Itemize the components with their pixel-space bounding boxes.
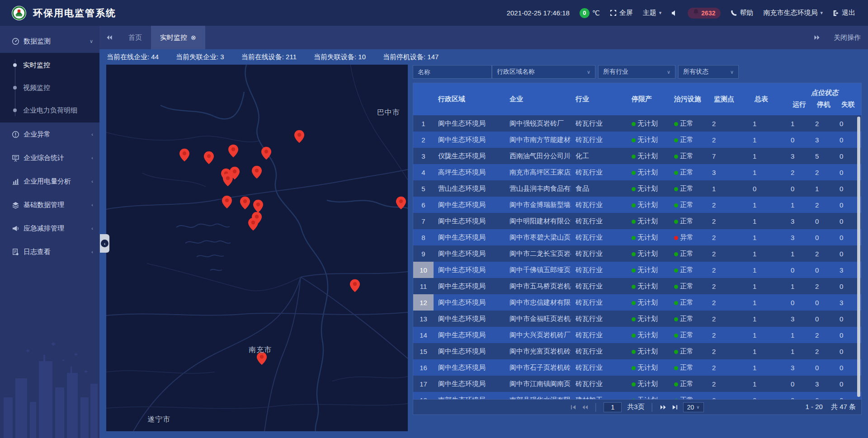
sidebar-item-video-monitor[interactable]: 视频监控 — [0, 76, 99, 99]
region-filter-select[interactable]: 行政区域名称∨ — [492, 65, 595, 79]
fullscreen-button[interactable]: 全屏 — [610, 9, 633, 17]
sidebar-item-log-view[interactable]: 日志查看‹ — [0, 240, 99, 264]
column-header-company[interactable]: 企业 — [505, 83, 571, 115]
map-location-pin[interactable] — [248, 217, 258, 231]
table-row[interactable]: 4高坪生态环境局南充市高坪区王家店建砖瓦行业无计划正常31220 — [413, 164, 861, 180]
cell-industry: 砖瓦行业 — [571, 168, 627, 177]
map-location-pin[interactable] — [294, 130, 304, 143]
previous-page-button[interactable] — [582, 405, 588, 410]
table-row[interactable]: 5营山生态环境局营山县润丰肉食品有限食品无计划正常10010 — [413, 180, 861, 197]
page-size-select[interactable]: 20 ∨ — [683, 402, 704, 412]
sidebar-item-label: 企业电力负荷明细 — [23, 106, 77, 115]
cell-stop-count: 0 — [812, 299, 837, 306]
map-location-pin[interactable] — [251, 165, 262, 179]
column-header-region[interactable]: 行政区域 — [434, 83, 505, 115]
last-page-button[interactable] — [672, 405, 678, 410]
sidebar-item-realtime-monitor[interactable]: 实时监控 — [0, 54, 99, 76]
sidebar-item-power-usage-analysis[interactable]: 企业用电量分析‹ — [0, 170, 99, 193]
table-row[interactable]: 9阆中生态环境局阆中市二龙长宝页岩砖砖瓦行业无计划正常21120 — [413, 245, 861, 262]
tabs-scroll-left-button[interactable] — [99, 26, 119, 49]
column-header-limit[interactable]: 停限产 — [627, 83, 670, 115]
table-row[interactable]: 7阆中生态环境局阆中明阳建材有限公司砖瓦行业无计划正常21300 — [413, 213, 861, 229]
table-row[interactable]: 12阆中生态环境局阆中市忠信建材有限公砖瓦行业无计划正常21003 — [413, 294, 861, 311]
cell-company: 南部县砚华水泥有限公 — [505, 396, 571, 400]
org-dropdown[interactable]: 南充市生态环境局 ▾ — [763, 9, 823, 17]
sidebar-item-enterprise-abnormal[interactable]: 企业异常‹ — [0, 122, 99, 146]
table-row[interactable]: 10阆中生态环境局阆中千佛镇五郎垭页岩砖瓦行业无计划正常21003 — [413, 262, 861, 278]
sidebar-item-power-load-detail[interactable]: 企业电力负荷明细 — [0, 99, 99, 122]
cell-region: 阆中生态环境局 — [434, 136, 505, 144]
sidebar-collapse-button[interactable]: ‹ — [100, 234, 109, 253]
status-dot-green — [674, 122, 678, 126]
limit-status-label: 无计划 — [637, 201, 658, 208]
table-row[interactable]: 13阆中生态环境局阆中市金福旺页岩机砖砖瓦行业无计划正常21300 — [413, 311, 861, 327]
sidebar-item-base-data[interactable]: 基础数据管理‹ — [0, 193, 99, 217]
name-filter-input[interactable] — [413, 65, 492, 79]
cell-facility-status: 正常 — [670, 331, 709, 339]
map-location-pin[interactable] — [222, 173, 233, 187]
map-location-pin[interactable] — [253, 199, 264, 213]
column-header-industry[interactable]: 行业 — [571, 83, 627, 115]
chevron-left-icon: ‹ — [91, 202, 93, 207]
status-dot-green — [632, 252, 636, 256]
log-file-icon — [12, 248, 20, 256]
theme-dropdown[interactable]: 主题 ▾ — [643, 9, 662, 17]
map-location-pin[interactable] — [396, 196, 406, 210]
map-location-pin[interactable] — [203, 151, 214, 165]
sidebar-item-label: 基础数据管理 — [24, 201, 91, 209]
map-location-pin[interactable] — [350, 279, 360, 292]
cell-company: 阆中市金福旺页岩机砖 — [505, 315, 571, 323]
column-header-lost[interactable]: 失联 — [837, 98, 861, 115]
tabs-scroll-right-button[interactable] — [814, 35, 820, 40]
next-page-button[interactable] — [660, 405, 666, 410]
map-location-pin[interactable] — [261, 146, 272, 160]
table-row[interactable]: 6阆中生态环境局阆中市金博瑞新型墙材砖瓦行业无计划正常21120 — [413, 197, 861, 213]
first-page-button[interactable] — [571, 405, 576, 410]
alarm-count-badge[interactable]: 2632 — [688, 8, 721, 19]
table-row[interactable]: 1阆中生态环境局阆中强锐页岩砖厂砖瓦行业无计划正常21120 — [413, 115, 861, 132]
table-row[interactable]: 8阆中生态环境局阆中市枣碧大梁山页岩砖瓦行业无计划异常21300 — [413, 229, 861, 245]
sidebar-item-enterprise-stats[interactable]: 企业综合统计‹ — [0, 146, 99, 170]
cell-company: 阆中市枣碧大梁山页岩 — [505, 233, 571, 242]
column-header-run[interactable]: 运行 — [788, 98, 812, 115]
sidebar-item-emergency-reduction[interactable]: 应急减排管理‹ — [0, 217, 99, 240]
column-header-stop[interactable]: 停机 — [812, 98, 837, 115]
tab-close-icon[interactable]: ⊗ — [191, 34, 196, 41]
column-header-monitor[interactable]: 监测点 — [709, 83, 750, 115]
column-header-facility[interactable]: 治污设施 — [670, 83, 709, 115]
map-location-pin[interactable] — [179, 148, 189, 162]
table-row[interactable]: 3仪陇生态环境局西南油气田分公司川中化工无计划正常71350 — [413, 148, 861, 164]
cell-meter-count: 1 — [750, 315, 788, 323]
cell-stop-count: 2 — [812, 201, 837, 209]
logout-button[interactable]: 退出 — [833, 9, 855, 17]
table-row[interactable]: 11阆中生态环境局阆中市五马桥页岩机砖砖瓦行业无计划正常21120 — [413, 278, 861, 294]
map-location-pin[interactable] — [228, 144, 238, 158]
table-row[interactable]: 14阆中生态环境局阆中大兴页岩机砖厂砖瓦行业无计划正常21120 — [413, 327, 861, 343]
record-total-label: 共 47 条 — [831, 403, 856, 411]
vertical-scrollbar[interactable] — [857, 117, 860, 397]
chevron-left-icon: ‹ — [91, 179, 93, 184]
page-number-input[interactable] — [604, 402, 622, 412]
cell-limit-status: 无计划 — [627, 201, 670, 209]
help-button[interactable]: 帮助 — [731, 9, 753, 17]
enterprise-table-panel: 行政区域名称∨ 所有行业∨ 所有状态∨ 行政区域 企业 行业 停限产 治污设施 — [413, 65, 862, 415]
tab-realtime-monitor[interactable]: 实时监控⊗ — [151, 26, 205, 49]
mute-speaker-icon[interactable] — [671, 10, 678, 16]
table-row[interactable]: 16阆中生态环境局阆中市石子页岩机砖厂砖瓦行业无计划正常21300 — [413, 359, 861, 376]
table-row[interactable]: 18南部生态环境局南部县砚华水泥有限公建材加工无计划正常60060 — [413, 392, 861, 399]
chevron-left-icon: ‹ — [101, 240, 108, 247]
map-location-pin[interactable] — [222, 195, 232, 209]
status-filter-select[interactable]: 所有状态∨ — [678, 65, 739, 79]
map-panel[interactable]: 巴中市南充市遂宁市 — [106, 65, 408, 431]
cell-region: 阆中生态环境局 — [434, 298, 505, 307]
column-header-meter[interactable]: 总表 — [750, 83, 788, 115]
map-location-pin[interactable] — [240, 196, 250, 210]
status-dot-green — [632, 138, 636, 142]
tab-home[interactable]: 首页 — [119, 26, 151, 49]
sidebar-item-data-monitor[interactable]: 数据监测∨ — [0, 29, 99, 53]
table-row[interactable]: 15阆中生态环境局阆中市光富页岩机砖厂砖瓦行业无计划正常21120 — [413, 343, 861, 359]
industry-filter-select[interactable]: 所有行业∨ — [598, 65, 675, 79]
table-row[interactable]: 17阆中生态环境局阆中市江南镇阆南页岩砖瓦行业无计划正常21030 — [413, 376, 861, 392]
close-operations-dropdown[interactable]: 关闭操作 — [834, 33, 861, 42]
table-row[interactable]: 2阆中生态环境局阆中市南方节能建材有砖瓦行业无计划正常21030 — [413, 132, 861, 148]
